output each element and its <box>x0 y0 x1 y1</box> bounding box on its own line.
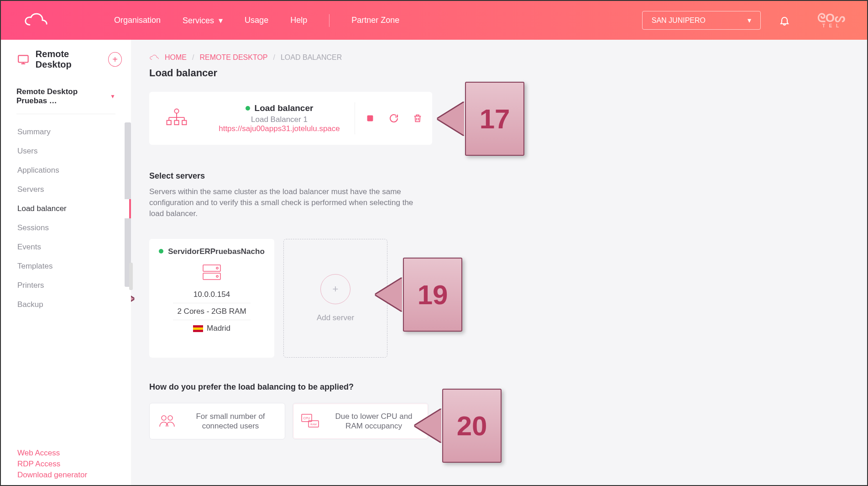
breadcrumb-sep: / <box>273 53 275 62</box>
balancing-option-users-label: For small number of connected users <box>183 412 277 431</box>
sidebar-item-sessions[interactable]: Sessions <box>1 218 131 238</box>
servers-row: ServidorERPruebasNacho 10.0.0.154 2 Core… <box>149 239 849 358</box>
divider <box>16 114 115 114</box>
status-dot-icon <box>246 106 250 111</box>
chevron-down-icon: ▾ <box>748 16 751 25</box>
delete-button[interactable] <box>411 112 424 125</box>
breadcrumb-current: LOAD BALANCER <box>281 53 342 62</box>
sidebar-title: Remote Desktop <box>36 49 102 70</box>
server-card[interactable]: ServidorERPruebasNacho 10.0.0.154 2 Core… <box>149 239 274 358</box>
load-balancer-info: Load balancer Load Balancer 1 https://sa… <box>204 103 355 133</box>
callout-17-label: 17 <box>480 103 510 135</box>
nav-divider <box>329 14 329 27</box>
breadcrumb-sep: / <box>192 53 194 62</box>
add-server-button[interactable]: + Add server <box>283 239 387 358</box>
sidebar-item-summary[interactable]: Summary <box>1 122 131 142</box>
nav-organisation[interactable]: Organisation <box>114 16 161 25</box>
nav-partner-zone[interactable]: Partner Zone <box>351 16 399 25</box>
nav-usage[interactable]: Usage <box>245 16 268 25</box>
callout-20: 20 <box>442 389 502 463</box>
link-download-generator[interactable]: Download generator <box>17 470 115 481</box>
sidebar-subscription-label: Remote Desktop Pruebas … <box>16 87 110 106</box>
load-balancer-name: Load Balancer 1 <box>204 115 355 124</box>
sidebar-item-servers[interactable]: Servers <box>1 180 131 199</box>
sidebar-item-backup[interactable]: Backup <box>1 295 131 314</box>
nav-help[interactable]: Help <box>290 16 307 25</box>
server-location: Madrid <box>207 324 230 333</box>
main-content: HOME / REMOTE DESKTOP / LOAD BALANCER Lo… <box>131 40 867 485</box>
organisation-selected: SAN JUNIPERO <box>652 16 706 25</box>
svg-point-10 <box>162 416 166 420</box>
main-nav: Organisation Services ▾ Usage Help Partn… <box>114 14 399 27</box>
chevron-down-icon: ▼ <box>110 93 115 100</box>
add-server-label: Add server <box>317 313 354 322</box>
load-balancer-title: Load balancer <box>255 103 314 113</box>
divider <box>173 303 251 303</box>
app-header: Organisation Services ▾ Usage Help Partn… <box>1 1 867 40</box>
svg-point-9 <box>216 275 218 277</box>
svg-rect-2 <box>167 121 171 125</box>
callout-17: 17 <box>465 82 524 156</box>
link-web-access[interactable]: Web Access <box>17 448 115 459</box>
server-ip: 10.0.0.154 <box>193 290 230 299</box>
sidebar-header: Remote Desktop + <box>1 49 131 78</box>
sidebar-item-events[interactable]: Events <box>1 238 131 257</box>
nav-services-label: Services <box>183 16 214 25</box>
logo-icon <box>23 11 50 30</box>
sidebar: Remote Desktop + Remote Desktop Pruebas … <box>1 40 131 485</box>
svg-rect-4 <box>182 121 186 125</box>
breadcrumb-home[interactable]: HOME <box>165 53 187 62</box>
flag-spain-icon <box>193 325 203 332</box>
secondary-logo: ᘓOᔕT E L <box>817 13 845 27</box>
link-rdp-access[interactable]: RDP Access <box>17 459 115 470</box>
breadcrumb-remote-desktop[interactable]: REMOTE DESKTOP <box>199 53 267 62</box>
svg-rect-5 <box>367 116 373 122</box>
cpu-ram-icon: CPURAM <box>300 412 320 430</box>
breadcrumb: HOME / REMOTE DESKTOP / LOAD BALANCER <box>149 53 849 63</box>
svg-rect-0 <box>18 55 28 62</box>
callout-19-label: 19 <box>418 279 448 311</box>
plus-icon: + <box>320 274 350 304</box>
balancing-option-cpu-ram-label: Due to lower CPU and RAM occupancy <box>327 412 421 431</box>
server-name: ServidorERPruebasNacho <box>168 247 265 256</box>
load-balancer-actions <box>355 102 432 134</box>
organisation-dropdown[interactable]: SAN JUNIPERO ▾ <box>642 11 761 30</box>
svg-point-11 <box>168 416 173 420</box>
select-servers-description: Servers within the same cluster as the l… <box>149 186 428 219</box>
divider <box>173 320 251 320</box>
balancing-option-users[interactable]: For small number of connected users <box>149 403 285 439</box>
load-balancer-icon <box>149 107 204 129</box>
load-balancer-card: Load balancer Load Balancer 1 https://sa… <box>149 92 432 145</box>
svg-rect-3 <box>174 121 178 125</box>
sidebar-quick-links: Web Access RDP Access Download generator <box>1 445 131 481</box>
page-title: Load balancer <box>149 67 849 79</box>
sidebar-subscription-dropdown[interactable]: Remote Desktop Pruebas … ▼ <box>16 87 115 114</box>
load-balancer-url[interactable]: https://saju00apps31.jotelulu.space <box>219 124 340 133</box>
callout-20-label: 20 <box>457 410 487 442</box>
stop-button[interactable] <box>364 112 376 125</box>
svg-text:CPU: CPU <box>303 417 310 420</box>
sidebar-items: Summary Users Applications Servers Load … <box>1 122 131 445</box>
server-icon <box>200 263 223 284</box>
nav-services[interactable]: Services ▾ <box>183 16 223 26</box>
svg-text:RAM: RAM <box>310 423 316 426</box>
svg-point-1 <box>174 109 178 113</box>
sidebar-item-applications[interactable]: Applications <box>1 161 131 180</box>
status-dot-icon <box>159 249 163 254</box>
callout-19: 19 <box>403 258 462 332</box>
notifications-button[interactable] <box>779 15 790 26</box>
add-desktop-button[interactable]: + <box>108 52 122 67</box>
sidebar-item-printers[interactable]: Printers <box>1 276 131 295</box>
svg-point-8 <box>216 267 218 269</box>
server-spec: 2 Cores - 2GB RAM <box>177 307 246 316</box>
users-icon <box>157 412 177 430</box>
refresh-button[interactable] <box>387 112 400 125</box>
sidebar-item-users[interactable]: Users <box>1 142 131 161</box>
sidebar-item-templates[interactable]: Templates <box>1 257 131 276</box>
balancing-option-cpu-ram[interactable]: CPURAM Due to lower CPU and RAM occupanc… <box>293 403 429 439</box>
select-servers-heading: Select servers <box>149 171 849 181</box>
sidebar-item-load-balancer[interactable]: Load balancer <box>1 199 131 218</box>
